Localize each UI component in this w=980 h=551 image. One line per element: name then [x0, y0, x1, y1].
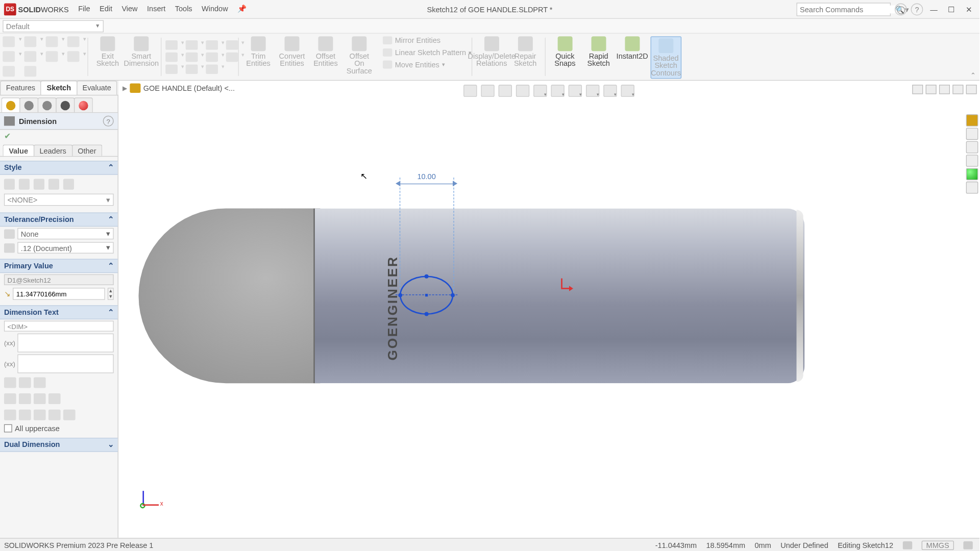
qat-icon[interactable]: [67, 36, 80, 47]
edit-appearance-icon[interactable]: [586, 85, 599, 97]
menu-tools[interactable]: Tools: [175, 5, 192, 13]
move-entities-button[interactable]: Move Entities▾: [383, 61, 472, 69]
style-add-icon[interactable]: [19, 179, 30, 190]
circle-tool-icon[interactable]: [186, 40, 198, 49]
symbol-icon[interactable]: [48, 393, 61, 404]
tab-features[interactable]: Features: [0, 81, 41, 95]
user-icon[interactable]: ◯: [895, 4, 907, 16]
exit-sketch-button[interactable]: Exit Sketch: [92, 36, 124, 67]
smart-dimension-button[interactable]: Smart Dimension: [126, 36, 157, 67]
ellipse-center[interactable]: [425, 294, 428, 296]
align-bottom-icon[interactable]: [34, 393, 46, 404]
window-close[interactable]: ✕: [962, 4, 975, 15]
doc-max-icon[interactable]: [952, 85, 963, 94]
taskpane-custom-icon[interactable]: [966, 182, 978, 194]
primary-value-input[interactable]: [13, 288, 105, 300]
menu-file[interactable]: File: [78, 5, 90, 13]
offset-entities-button[interactable]: Offset Entities: [310, 36, 341, 67]
offset-on-surface-button[interactable]: Offset On Surface: [344, 36, 375, 74]
rect-tool-icon[interactable]: [165, 52, 178, 61]
slot-tool-icon[interactable]: [186, 52, 198, 61]
zoom-area-icon[interactable]: [481, 85, 494, 97]
arc-tool-icon[interactable]: [226, 40, 238, 49]
panel-tab-appearance[interactable]: [74, 97, 93, 112]
spline-tool-icon[interactable]: [206, 40, 218, 49]
panel-tab-config[interactable]: [38, 97, 57, 112]
style-delete-icon[interactable]: [34, 179, 44, 190]
fmt-icon[interactable]: [4, 410, 16, 420]
panel-tab-dimxpert[interactable]: [56, 97, 75, 112]
link-value-icon[interactable]: ↘: [4, 289, 10, 298]
menu-edit[interactable]: Edit: [100, 5, 112, 13]
doc-tile-icon[interactable]: [912, 85, 923, 94]
qat-icon[interactable]: [24, 36, 36, 47]
display-delete-relations-button[interactable]: Display/Delete Relations: [476, 36, 507, 67]
menu-window[interactable]: Window: [202, 5, 228, 13]
taskpane-view-icon[interactable]: [966, 155, 978, 167]
panel-tab-feature-tree[interactable]: [2, 97, 20, 112]
expand-icon[interactable]: ▶: [122, 85, 127, 91]
sketch-ellipse[interactable]: [400, 276, 453, 314]
status-options-icon[interactable]: [963, 541, 972, 549]
hide-show-icon[interactable]: [569, 85, 582, 97]
text-tool-icon[interactable]: [186, 64, 198, 73]
section-view-icon[interactable]: [516, 85, 529, 97]
taskpane-appearance-icon[interactable]: [966, 168, 978, 181]
section-style[interactable]: Style⌃: [0, 161, 118, 175]
fmt-icon[interactable]: [19, 410, 31, 420]
justify-right-icon[interactable]: [34, 377, 46, 388]
value-spinner[interactable]: ▲▼: [108, 288, 114, 300]
qat-icon[interactable]: [46, 36, 58, 47]
dimension-text-box[interactable]: [17, 334, 113, 353]
linear-pattern-button[interactable]: Linear Sketch Pattern▾: [383, 48, 472, 57]
dimension-text-input[interactable]: [4, 321, 114, 332]
view-settings-icon[interactable]: [621, 85, 634, 97]
all-uppercase-checkbox[interactable]: All uppercase: [0, 423, 118, 434]
qat-icon[interactable]: [67, 51, 80, 62]
repair-sketch-button[interactable]: Repair Sketch: [510, 36, 541, 67]
section-dual-dimension[interactable]: Dual Dimension⌄: [0, 438, 118, 452]
quick-snaps-button[interactable]: Quick Snaps: [550, 36, 581, 67]
dimension-annotation[interactable]: 10.00: [396, 179, 457, 188]
ellipse-handle[interactable]: [425, 274, 429, 279]
justify-center-icon[interactable]: [19, 377, 31, 388]
style-save-icon[interactable]: [48, 179, 59, 190]
mirror-entities-button[interactable]: Mirror Entities: [383, 36, 472, 44]
style-apply-icon[interactable]: [4, 179, 15, 190]
style-load-icon[interactable]: [63, 179, 74, 190]
subtab-other[interactable]: Other: [71, 144, 102, 156]
instant2d-button[interactable]: Instant2D: [617, 36, 648, 60]
qat-icon[interactable]: [3, 66, 15, 77]
qat-icon[interactable]: [24, 51, 36, 62]
zoom-fit-icon[interactable]: [463, 85, 477, 97]
shaded-sketch-contours-button[interactable]: Shaded Sketch Contours: [650, 36, 681, 79]
style-select[interactable]: <NONE>▾: [4, 194, 114, 206]
fmt-icon[interactable]: [63, 410, 76, 420]
menu-pin-icon[interactable]: 📌: [237, 5, 247, 13]
tab-sketch[interactable]: Sketch: [41, 81, 77, 95]
apply-scene-icon[interactable]: [603, 85, 617, 97]
doc-min-icon[interactable]: [939, 85, 950, 94]
fillet-tool-icon[interactable]: [206, 64, 218, 73]
view-orientation-icon[interactable]: [533, 85, 547, 97]
subtab-leaders[interactable]: Leaders: [34, 144, 72, 156]
rapid-sketch-button[interactable]: Rapid Sketch: [583, 36, 614, 67]
menu-view[interactable]: View: [121, 5, 137, 13]
pm-ok-button[interactable]: ✔: [0, 130, 118, 142]
search-commands[interactable]: 🔍 ▾: [797, 3, 891, 16]
status-units[interactable]: MMGS: [921, 540, 954, 549]
qat-icon[interactable]: [46, 51, 58, 62]
line-tool-icon[interactable]: [165, 40, 178, 49]
dimension-text-box2[interactable]: [17, 355, 113, 373]
fmt-icon[interactable]: [34, 410, 46, 420]
window-minimize[interactable]: —: [927, 4, 940, 15]
justify-left-icon[interactable]: [4, 377, 16, 388]
tolerance-type-select[interactable]: None▾: [17, 228, 113, 239]
window-maximize[interactable]: ☐: [944, 4, 958, 15]
taskpane-library-icon[interactable]: [966, 128, 978, 140]
menu-insert[interactable]: Insert: [147, 5, 165, 13]
help-icon[interactable]: ?: [911, 4, 923, 16]
qat-icon[interactable]: [3, 51, 15, 62]
pm-help-icon[interactable]: ?: [103, 116, 114, 127]
taskpane-resources-icon[interactable]: [966, 114, 978, 127]
